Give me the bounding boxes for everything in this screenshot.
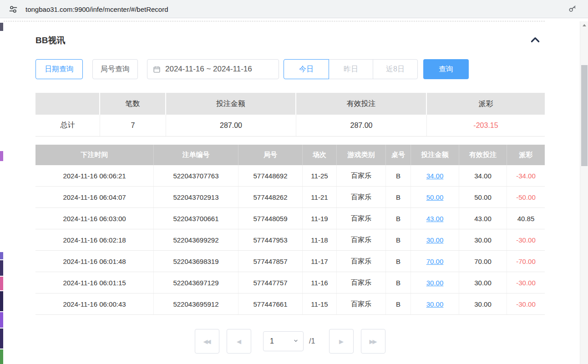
bet-amount-cell: 70.00 xyxy=(411,251,459,272)
game-type-cell: 百家乐 xyxy=(337,165,386,186)
round-no-cell: 577447661 xyxy=(238,293,303,314)
order-no-cell: 522043697129 xyxy=(154,272,238,293)
order-no-cell: 522043699292 xyxy=(154,229,238,250)
col-round-no: 局号 xyxy=(238,145,303,165)
table-no-cell: B xyxy=(386,208,411,229)
bet-amount-cell: 30.00 xyxy=(411,229,459,250)
next-page-icon: ▶ xyxy=(339,338,342,345)
round-no-cell: 577447953 xyxy=(238,229,303,250)
background-fragment xyxy=(0,312,3,328)
order-no-cell: 522043702913 xyxy=(154,187,238,207)
scrollbar-thumb[interactable] xyxy=(581,65,588,166)
bet-amount-link[interactable]: 43.00 xyxy=(426,215,444,222)
valid-bet-cell: 30.00 xyxy=(459,229,507,250)
table-no-cell: B xyxy=(386,293,411,314)
page-select[interactable]: 1 xyxy=(263,331,304,351)
prev-page-button[interactable]: ◀ xyxy=(227,329,251,354)
payout-cell: -30.00 xyxy=(507,293,545,314)
summary-header-count: 笔数 xyxy=(100,93,166,115)
background-fragment xyxy=(0,277,3,290)
background-fragment xyxy=(0,252,3,259)
col-table-no: 桌号 xyxy=(386,145,411,165)
table-row: 2024-11-16 06:00:43 522043695912 5774476… xyxy=(35,293,545,315)
payout-cell: -70.00 xyxy=(507,251,545,272)
bet-time-cell: 2024-11-16 06:00:43 xyxy=(35,293,154,314)
bet-amount-link[interactable]: 30.00 xyxy=(426,236,444,244)
yesterday-button[interactable]: 昨日 xyxy=(329,59,373,79)
background-fragment xyxy=(0,260,3,276)
summary-total-row: 总计 7 287.00 287.00 -203.15 xyxy=(35,115,545,136)
page-select-value: 1 xyxy=(270,337,293,345)
background-fragment xyxy=(0,329,3,349)
summary-header-row: 笔数 投注金额 有效投注 派彩 xyxy=(35,93,545,115)
vertical-scrollbar[interactable] xyxy=(580,21,588,364)
bet-table-header: 下注时间 注单编号 局号 场次 游戏类别 桌号 投注金额 有效投注 派彩 xyxy=(35,145,545,165)
table-row: 2024-11-16 06:04:07 522043702913 5774482… xyxy=(35,187,545,208)
payout-cell: 40.85 xyxy=(507,208,545,229)
order-no-cell: 522043695912 xyxy=(154,293,238,314)
page-title: BB视讯 xyxy=(35,35,65,46)
background-fragment xyxy=(0,291,3,311)
round-query-button[interactable]: 局号查询 xyxy=(92,59,138,79)
valid-bet-cell: 43.00 xyxy=(459,208,507,229)
search-button[interactable]: 查询 xyxy=(423,59,469,79)
summary-count-value: 7 xyxy=(100,115,166,136)
chevron-down-icon xyxy=(293,337,299,345)
col-valid-bet: 有效投注 xyxy=(459,145,507,165)
table-no-cell: B xyxy=(386,229,411,250)
bet-time-cell: 2024-11-16 06:02:18 xyxy=(35,229,154,250)
date-range-input[interactable]: 2024-11-16 ~ 2024-11-16 xyxy=(147,59,279,79)
game-type-cell: 百家乐 xyxy=(337,272,386,293)
table-no-cell: B xyxy=(386,272,411,293)
today-button[interactable]: 今日 xyxy=(284,59,329,79)
next-page-button[interactable]: ▶ xyxy=(329,329,354,354)
game-type-cell: 百家乐 xyxy=(337,293,386,314)
session-cell: 11-21 xyxy=(303,187,337,207)
valid-bet-cell: 50.00 xyxy=(459,187,507,207)
browser-address-bar[interactable]: tongbao31.com:9900/infe/mcenter/#/betRec… xyxy=(0,0,588,18)
first-page-button[interactable]: ◀◀ xyxy=(195,329,219,354)
game-type-cell: 百家乐 xyxy=(337,187,386,207)
bet-amount-link[interactable]: 50.00 xyxy=(426,193,444,201)
bet-amount-cell: 43.00 xyxy=(411,208,459,229)
bet-amount-link[interactable]: 30.00 xyxy=(426,279,444,287)
last-page-icon: ▶▶ xyxy=(370,338,376,345)
valid-bet-cell: 70.00 xyxy=(459,251,507,272)
valid-bet-cell: 34.00 xyxy=(459,165,507,186)
game-type-cell: 百家乐 xyxy=(337,208,386,229)
bet-amount-link[interactable]: 34.00 xyxy=(426,172,444,180)
summary-total-label: 总计 xyxy=(35,115,100,136)
round-no-cell: 577447757 xyxy=(238,272,303,293)
valid-bet-cell: 30.00 xyxy=(459,293,507,314)
table-row: 2024-11-16 06:02:18 522043699292 5774479… xyxy=(35,229,545,251)
col-bet-amount: 投注金额 xyxy=(411,145,459,165)
round-no-cell: 577448262 xyxy=(238,187,303,207)
session-cell: 11-17 xyxy=(303,251,337,272)
last-page-button[interactable]: ▶▶ xyxy=(361,329,385,354)
bet-amount-link[interactable]: 30.00 xyxy=(426,300,444,308)
game-type-cell: 百家乐 xyxy=(337,229,386,250)
game-type-cell: 百家乐 xyxy=(337,251,386,272)
col-bet-time: 下注时间 xyxy=(35,145,154,165)
session-cell: 11-25 xyxy=(303,165,337,186)
bet-time-cell: 2024-11-16 06:04:07 xyxy=(35,187,154,207)
prev-page-icon: ◀ xyxy=(237,338,240,345)
payout-cell: -30.00 xyxy=(507,272,545,293)
password-key-icon[interactable] xyxy=(568,5,577,14)
bet-amount-link[interactable]: 70.00 xyxy=(426,258,444,265)
bet-time-cell: 2024-11-16 06:03:00 xyxy=(35,208,154,229)
last-8-days-button[interactable]: 近8日 xyxy=(373,59,418,79)
table-no-cell: B xyxy=(386,165,411,186)
col-payout: 派彩 xyxy=(507,145,545,165)
site-info-icon[interactable] xyxy=(9,5,18,14)
session-cell: 11-18 xyxy=(303,229,337,250)
collapse-chevron-icon[interactable] xyxy=(528,33,542,47)
screen: tongbao31.com:9900/infe/mcenter/#/betRec… xyxy=(0,0,588,364)
scroll-up-arrow-icon[interactable] xyxy=(580,21,588,29)
payout-cell: -30.00 xyxy=(507,229,545,250)
summary-valid-bet-value: 287.00 xyxy=(296,115,427,136)
url-text[interactable]: tongbao31.com:9900/infe/mcenter/#/betRec… xyxy=(25,0,168,18)
date-query-button[interactable]: 日期查询 xyxy=(35,59,83,79)
bet-time-cell: 2024-11-16 06:01:15 xyxy=(35,272,154,293)
calendar-icon xyxy=(153,66,161,73)
